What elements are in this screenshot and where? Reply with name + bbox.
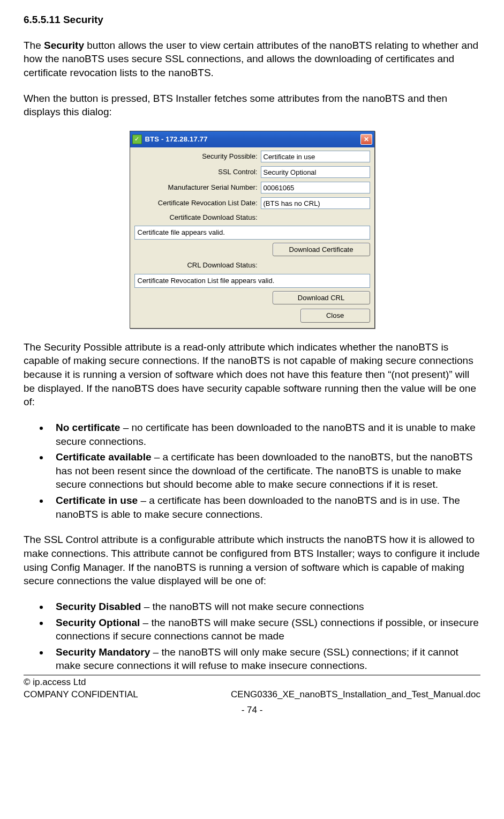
list-security-possible-values: No certificate – no certificate has been…	[24, 421, 480, 521]
crl-status-text: Certificate Revocation List file appears…	[134, 274, 370, 288]
label-cert-dl-status: Certificate Download Status:	[134, 213, 261, 222]
footer-confidential: COMPANY CONFIDENTIAL	[24, 689, 138, 701]
titlebar: ✓ BTS - 172.28.17.77 ✕	[130, 131, 374, 147]
dialog-screenshot: ✓ BTS - 172.28.17.77 ✕ Security Possible…	[24, 131, 480, 329]
titlebar-title: BTS - 172.28.17.77	[145, 135, 360, 144]
list-ssl-control-values: Security Disabled – the nanoBTS will not…	[24, 600, 480, 673]
close-button[interactable]: Close	[300, 309, 370, 323]
label-crl-date: Certificate Revocation List Date:	[134, 198, 261, 208]
footer-divider	[24, 675, 480, 675]
label-crl-dl-status: CRL Download Status:	[134, 260, 261, 270]
app-icon: ✓	[132, 135, 142, 144]
list-item: Certificate available – a certificate ha…	[49, 450, 480, 492]
list-item: Security Disabled – the nanoBTS will not…	[49, 600, 480, 614]
term: Security Disabled	[56, 601, 141, 612]
row-cert-dl-status-label: Certificate Download Status:	[134, 213, 370, 222]
row-crl-dl-status-label: CRL Download Status:	[134, 260, 370, 270]
row-security-possible: Security Possible: Certificate in use	[134, 151, 370, 162]
paragraph-ssl-control: The SSL Control attribute is a configura…	[24, 533, 480, 588]
desc: – the nanoBTS will not make secure conne…	[141, 601, 364, 612]
list-item: Security Optional – the nanoBTS will mak…	[49, 616, 480, 643]
field-ssl-control: Security Optional	[261, 166, 370, 178]
footer-row-1: © ip.access Ltd	[24, 676, 480, 689]
cert-status-text: Certificate file appears valid.	[134, 226, 370, 240]
security-dialog: ✓ BTS - 172.28.17.77 ✕ Security Possible…	[130, 131, 375, 329]
row-serial: Manufacturer Serial Number: 00061065	[134, 182, 370, 193]
footer-docname: CENG0336_XE_nanoBTS_Installation_and_Tes…	[231, 689, 480, 701]
text: button allows the user to view certain a…	[24, 40, 478, 78]
list-item: Certificate in use – a certificate has b…	[49, 494, 480, 521]
paragraph-dialog-lead: When the button is pressed, BTS Installe…	[24, 92, 480, 119]
label-security-possible: Security Possible:	[134, 152, 261, 161]
paragraph-intro: The Security button allows the user to v…	[24, 39, 480, 80]
download-certificate-button[interactable]: Download Certificate	[273, 243, 370, 257]
close-icon[interactable]: ✕	[360, 134, 372, 145]
field-serial: 00061065	[261, 182, 370, 193]
text: The	[24, 40, 44, 51]
section-heading: 6.5.5.11 Security	[24, 13, 480, 27]
footer-row-2: COMPANY CONFIDENTIAL CENG0336_XE_nanoBTS…	[24, 689, 480, 701]
download-crl-button[interactable]: Download CRL	[273, 291, 370, 305]
label-serial: Manufacturer Serial Number:	[134, 183, 261, 192]
term: Security Mandatory	[56, 646, 150, 658]
term: Certificate available	[56, 451, 151, 463]
list-item: Security Mandatory – the nanoBTS will on…	[49, 645, 480, 673]
security-bold: Security	[44, 40, 84, 51]
paragraph-security-possible: The Security Possible attribute is a rea…	[24, 340, 480, 409]
row-ssl-control: SSL Control: Security Optional	[134, 166, 370, 178]
page-number: - 74 -	[24, 704, 480, 717]
footer-copyright: © ip.access Ltd	[24, 676, 86, 689]
row-crl-date: Certificate Revocation List Date: (BTS h…	[134, 197, 370, 209]
list-item: No certificate – no certificate has been…	[49, 421, 480, 448]
field-security-possible: Certificate in use	[261, 151, 370, 162]
term: Certificate in use	[56, 495, 138, 506]
field-crl-date: (BTS has no CRL)	[261, 197, 370, 209]
label-ssl-control: SSL Control:	[134, 167, 261, 177]
term: No certificate	[56, 422, 120, 433]
term: Security Optional	[56, 617, 140, 628]
dialog-body: Security Possible: Certificate in use SS…	[130, 147, 374, 328]
